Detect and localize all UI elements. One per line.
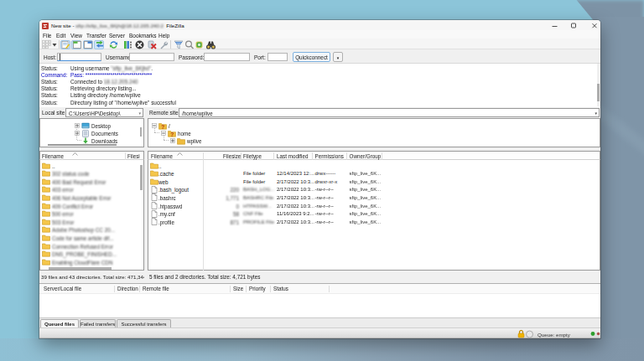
svg-text:?: ? <box>161 123 164 129</box>
svg-text:?: ? <box>170 131 174 137</box>
